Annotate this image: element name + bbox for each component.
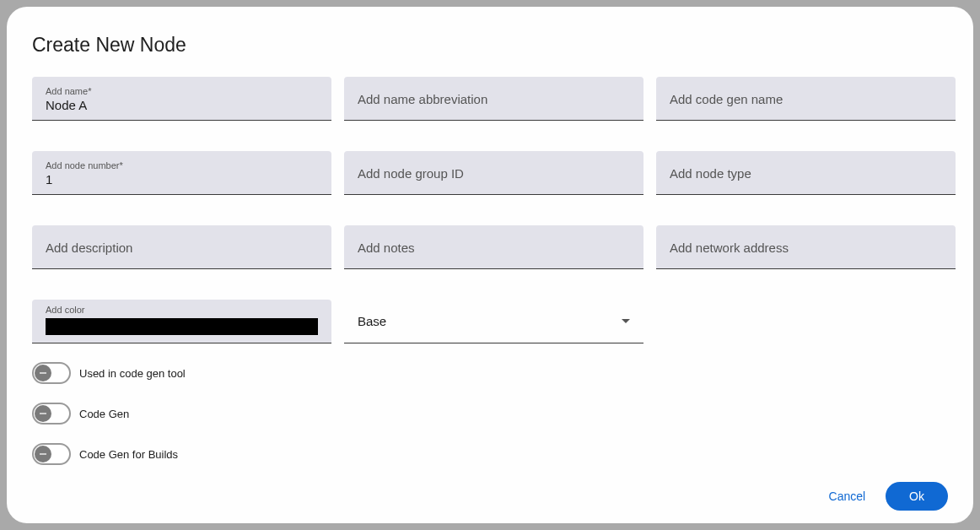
node-type-field[interactable]: Add node type: [656, 151, 956, 195]
abbrev-field[interactable]: Add name abbreviation: [344, 77, 643, 121]
cancel-button[interactable]: Cancel: [824, 483, 871, 510]
base-select-value: Base: [358, 314, 386, 328]
name-field[interactable]: Add name* Node A: [32, 77, 331, 121]
toggle-row-code-gen-builds: Code Gen for Builds: [32, 443, 948, 465]
toggle-label-used-in-tool: Used in code gen tool: [79, 367, 186, 380]
toggle-knob-icon: [35, 405, 51, 422]
toggles-section: Used in code gen tool Code Gen Code Gen …: [32, 362, 948, 465]
node-number-value: 1: [46, 172, 318, 187]
node-type-placeholder: Add node type: [670, 166, 942, 181]
codegen-name-field[interactable]: Add code gen name: [656, 77, 956, 121]
dialog-title: Create New Node: [32, 34, 948, 57]
create-node-dialog: Create New Node Add name* Node A Add nam…: [7, 7, 973, 523]
abbrev-placeholder: Add name abbreviation: [358, 92, 630, 106]
dialog-actions: Cancel Ok: [32, 465, 948, 511]
description-placeholder: Add description: [46, 241, 318, 255]
toggle-label-code-gen-builds: Code Gen for Builds: [79, 448, 178, 461]
network-address-field[interactable]: Add network address: [656, 225, 956, 269]
ok-button[interactable]: Ok: [886, 482, 948, 511]
toggle-label-code-gen: Code Gen: [79, 408, 129, 420]
color-label: Add color: [46, 305, 318, 315]
description-field[interactable]: Add description: [32, 225, 331, 269]
base-select[interactable]: Base: [344, 300, 643, 343]
group-id-placeholder: Add node group ID: [358, 166, 630, 181]
group-id-field[interactable]: Add node group ID: [344, 151, 643, 195]
name-value: Node A: [46, 98, 318, 112]
name-label: Add name*: [46, 86, 318, 96]
node-number-label: Add node number*: [46, 160, 318, 170]
color-field[interactable]: Add color: [32, 300, 331, 343]
network-address-placeholder: Add network address: [670, 241, 942, 255]
toggle-row-used-in-tool: Used in code gen tool: [32, 362, 948, 384]
form-grid: Add name* Node A Add name abbreviation A…: [32, 77, 948, 343]
notes-field[interactable]: Add notes: [344, 225, 643, 269]
toggle-knob-icon: [35, 446, 51, 462]
toggle-code-gen-builds[interactable]: [32, 443, 71, 465]
codegen-name-placeholder: Add code gen name: [670, 92, 942, 106]
toggle-code-gen[interactable]: [32, 403, 71, 425]
toggle-used-in-tool[interactable]: [32, 362, 71, 384]
color-swatch: [46, 318, 318, 335]
toggle-row-code-gen: Code Gen: [32, 403, 948, 425]
chevron-down-icon: [622, 319, 630, 323]
notes-placeholder: Add notes: [358, 241, 630, 255]
node-number-field[interactable]: Add node number* 1: [32, 151, 331, 195]
toggle-knob-icon: [35, 365, 51, 381]
